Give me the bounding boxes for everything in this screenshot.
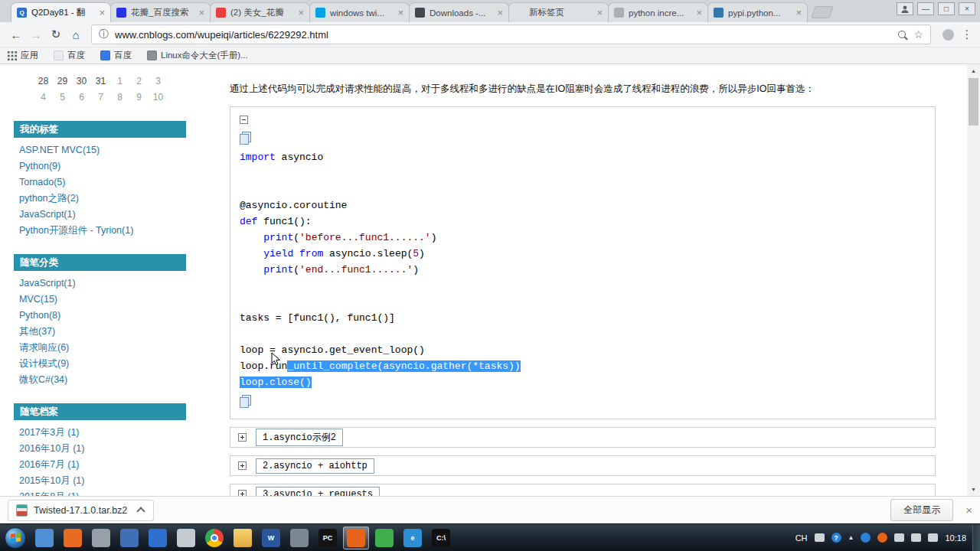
- calendar-day[interactable]: 6: [72, 90, 91, 106]
- tray-language-indicator[interactable]: CH: [795, 533, 808, 543]
- show-desktop-button[interactable]: [972, 524, 980, 551]
- expand-icon[interactable]: [238, 490, 247, 496]
- sidebar-link[interactable]: 微软C#(34): [14, 372, 186, 388]
- calendar-day[interactable]: 4: [34, 90, 53, 106]
- bookmark-item[interactable]: Linux命令大全(手册)...: [147, 50, 248, 61]
- taskbar-app-media[interactable]: [31, 527, 57, 549]
- expand-icon[interactable]: [238, 461, 247, 470]
- browser-tab[interactable]: pypi.python...×: [707, 2, 808, 22]
- sidebar-link[interactable]: python之路(2): [14, 191, 186, 207]
- tab-close-icon[interactable]: ×: [99, 8, 105, 18]
- download-item[interactable]: Twisted-17.1.0.tar.bz2: [8, 500, 154, 521]
- tab-close-icon[interactable]: ×: [696, 8, 702, 18]
- browser-menu-icon[interactable]: ⋮: [960, 28, 974, 41]
- browser-tab[interactable]: (2) 美女_花瓣×: [210, 2, 310, 22]
- sidebar-link[interactable]: Python开源组件 - Tyrion(1): [14, 223, 186, 239]
- tab-close-icon[interactable]: ×: [198, 8, 204, 18]
- collapsed-code-section[interactable]: 1.asyncio示例2: [230, 427, 936, 448]
- tray-app-blue-icon[interactable]: [861, 533, 871, 543]
- browser-tab[interactable]: Downloads -...×: [409, 2, 509, 22]
- page-scrollbar[interactable]: ▲ ▼: [967, 64, 980, 496]
- tab-close-icon[interactable]: ×: [596, 8, 603, 18]
- zoom-icon[interactable]: [898, 31, 906, 38]
- taskbar-app-firefox[interactable]: [60, 527, 86, 549]
- sidebar-link[interactable]: 2016年7月 (1): [14, 457, 186, 473]
- bookmark-star-icon[interactable]: ☆: [913, 28, 923, 41]
- sidebar-link[interactable]: 2015年8月 (1): [14, 489, 186, 496]
- address-bar[interactable]: ⓘ www.cnblogs.com/wupeiqi/articles/62292…: [91, 24, 931, 44]
- scroll-up-button[interactable]: ▲: [967, 64, 980, 77]
- taskbar-app-pc-manager[interactable]: PC: [315, 527, 341, 549]
- taskbar-app-word[interactable]: W: [258, 527, 284, 549]
- calendar-day[interactable]: 3: [149, 73, 168, 90]
- taskbar-app-ie[interactable]: e: [400, 527, 426, 549]
- sidebar-link[interactable]: Python(8): [14, 308, 186, 324]
- tab-close-icon[interactable]: ×: [795, 8, 802, 18]
- copy-code-icon[interactable]: [240, 395, 251, 408]
- taskbar-app-tool[interactable]: [116, 527, 142, 549]
- sidebar-link[interactable]: JavaScript(1): [14, 276, 186, 292]
- sidebar-link[interactable]: MVC(15): [14, 292, 186, 308]
- taskbar-app-calculator[interactable]: [286, 527, 312, 549]
- tray-app-orange-icon[interactable]: [877, 533, 887, 543]
- download-filename[interactable]: Twisted-17.1.0.tar.bz2: [34, 505, 127, 516]
- download-bar-close-icon[interactable]: ×: [965, 504, 972, 517]
- profile-icon[interactable]: [897, 2, 913, 15]
- page-info-icon[interactable]: ⓘ: [99, 28, 109, 41]
- scroll-down-button[interactable]: ▼: [967, 483, 980, 496]
- browser-tab[interactable]: 花瓣_百度搜索×: [110, 2, 211, 22]
- calendar-day[interactable]: 10: [149, 90, 168, 106]
- calendar-day[interactable]: 2: [129, 73, 149, 90]
- sidebar-link[interactable]: Tornado(5): [14, 174, 186, 191]
- collapsed-code-section[interactable]: 3.asyncio + requests: [230, 484, 936, 496]
- taskbar-app-save[interactable]: [145, 527, 171, 549]
- tab-close-icon[interactable]: ×: [497, 8, 503, 18]
- download-menu-chevron-icon[interactable]: [137, 507, 145, 515]
- tray-volume-icon[interactable]: [911, 533, 921, 542]
- sidebar-link[interactable]: 请求响应(6): [14, 340, 186, 356]
- collapse-code-icon[interactable]: [240, 116, 248, 124]
- apps-shortcut[interactable]: 应用: [8, 50, 38, 61]
- sidebar-link[interactable]: 设计模式(9): [14, 356, 186, 372]
- back-button[interactable]: ←: [6, 24, 26, 44]
- browser-tab[interactable]: QQ2Day81 - 翻×: [11, 2, 111, 22]
- tab-close-icon[interactable]: ×: [298, 8, 304, 18]
- new-tab-button[interactable]: [811, 6, 833, 18]
- collapsed-code-section[interactable]: 2.asyncio + aiohttp: [230, 455, 936, 476]
- taskbar-app-green-tool[interactable]: [371, 527, 397, 549]
- taskbar-app-active-window[interactable]: [343, 527, 369, 549]
- tab-close-icon[interactable]: ×: [397, 8, 403, 18]
- forward-button[interactable]: →: [26, 24, 46, 44]
- taskbar-app-snipping[interactable]: [173, 527, 199, 549]
- taskbar-app-explorer[interactable]: [230, 527, 256, 549]
- tray-clock[interactable]: 10:18: [945, 533, 966, 543]
- sidebar-link[interactable]: 2015年10月 (1): [14, 473, 186, 489]
- sidebar-link[interactable]: 其他(37): [14, 324, 186, 340]
- bookmark-item[interactable]: 百度: [54, 50, 85, 61]
- browser-tab[interactable]: windows twi...×: [309, 2, 410, 22]
- url-text[interactable]: www.cnblogs.com/wupeiqi/articles/6229292…: [115, 29, 893, 41]
- taskbar-app-cmd[interactable]: C:\: [428, 527, 454, 549]
- minimize-button[interactable]: —: [917, 2, 934, 15]
- tray-hidden-icons-chevron[interactable]: ▲: [848, 534, 854, 541]
- home-button[interactable]: ⌂: [66, 24, 86, 44]
- browser-tab[interactable]: python incre...×: [608, 2, 708, 22]
- browser-tab[interactable]: 新标签页×: [508, 2, 609, 22]
- show-all-downloads-button[interactable]: 全部显示: [890, 499, 953, 521]
- maximize-button[interactable]: □: [938, 2, 955, 15]
- start-button[interactable]: [2, 525, 28, 551]
- reload-button[interactable]: ↻: [46, 24, 66, 44]
- sidebar-link[interactable]: ASP.NET MVC(15): [14, 142, 186, 158]
- tray-action-center-icon[interactable]: [928, 533, 938, 542]
- calendar-day[interactable]: 28: [34, 73, 53, 90]
- calendar-day[interactable]: 30: [72, 73, 91, 90]
- sidebar-link[interactable]: 2016年10月 (1): [14, 441, 186, 457]
- calendar-day[interactable]: 5: [53, 90, 72, 106]
- tray-help-icon[interactable]: ?: [831, 533, 841, 543]
- calendar-day[interactable]: 31: [91, 73, 110, 90]
- calendar-day[interactable]: 29: [53, 73, 72, 90]
- sidebar-link[interactable]: JavaScript(1): [14, 207, 186, 223]
- bookmark-item[interactable]: 百度: [100, 50, 132, 61]
- scrollbar-thumb[interactable]: [969, 78, 978, 126]
- extension-icon[interactable]: [942, 29, 954, 41]
